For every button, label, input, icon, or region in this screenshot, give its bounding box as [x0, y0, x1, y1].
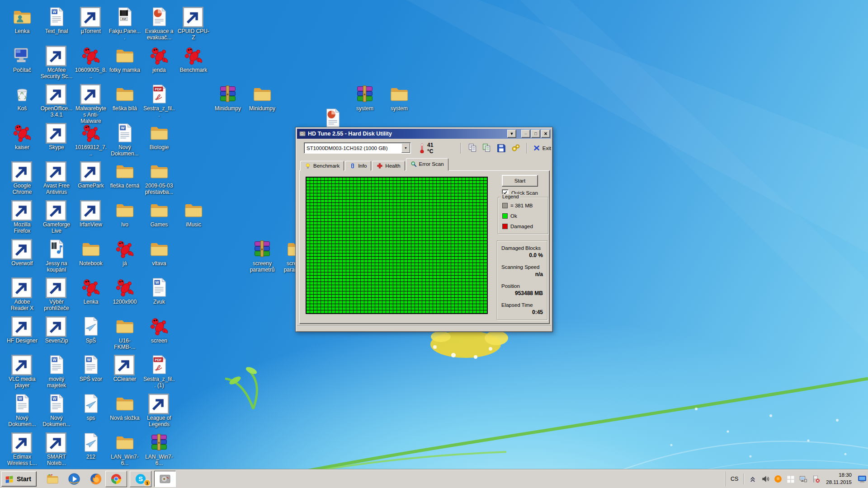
desktop-icon[interactable]: WNový Dokumen...	[108, 122, 141, 157]
desktop-icon[interactable]: GamePark	[75, 161, 107, 189]
desktop-icon[interactable]: kaiser	[6, 122, 38, 150]
close-button[interactable]: ×	[541, 130, 550, 138]
language-indicator[interactable]: CS	[729, 476, 740, 482]
maximize-button[interactable]: □	[531, 130, 540, 138]
desktop-icon[interactable]: Avast Free Antivirus	[40, 161, 73, 195]
desktop-icon[interactable]: WNový Dokumen...	[6, 393, 38, 427]
taskbar-hdtune-button[interactable]	[154, 471, 176, 487]
desktop-icon[interactable]: Malwarebytes Anti-Malware	[75, 84, 107, 124]
network-icon[interactable]	[799, 474, 808, 483]
settings-gear-button[interactable]	[509, 142, 521, 154]
minimize-button[interactable]: _	[521, 130, 530, 138]
desktop-icon[interactable]: Benchmark	[177, 45, 210, 73]
desktop-icon[interactable]: CCCleaner	[108, 354, 141, 382]
desktop-icon[interactable]: Wmovitý majetek	[40, 354, 73, 389]
hidden-icons-chevron[interactable]	[748, 474, 757, 483]
desktop-icon[interactable]: system	[349, 84, 381, 112]
action-center-flag-icon[interactable]	[811, 474, 821, 483]
drive-select-dropdown[interactable]: ST1000DM003-1CH162 (1000 GB) ▼	[304, 142, 411, 154]
desktop-icon[interactable]: WNový Dokumen...	[40, 393, 73, 427]
desktop-icon[interactable]: McAfee Security Sc...	[40, 45, 73, 80]
desktop-icon[interactable]: CPUID CPU-Z	[177, 6, 210, 41]
desktop-icon[interactable]: U16-FKMB-...	[108, 316, 141, 350]
volume-icon[interactable]	[761, 474, 770, 483]
desktop-icon[interactable]: system	[383, 84, 415, 112]
desktop-icon[interactable]: AVIFakju.Pane....	[108, 6, 141, 41]
desktop-icon[interactable]: vltava	[143, 239, 175, 267]
desktop-icon[interactable]: 1200x900	[108, 277, 141, 305]
desktop-icon[interactable]: µTorrent	[75, 6, 107, 34]
desktop-icon[interactable]: jenda	[143, 45, 175, 73]
desktop-icon[interactable]: LAN_Win7-6...	[108, 432, 141, 466]
desktop-icon[interactable]: PDFSestra_z_fil...	[143, 84, 175, 118]
desktop-icon[interactable]: Lenka	[75, 277, 107, 305]
desktop-icon[interactable]: IrfanView	[75, 200, 107, 228]
desktop-icon[interactable]: Gameforge Live	[40, 200, 73, 234]
desktop-icon[interactable]: Koš	[6, 84, 38, 112]
display-icon[interactable]	[858, 474, 867, 483]
desktop-icon[interactable]: VLC media player	[6, 354, 38, 389]
exit-button[interactable]: Exit	[533, 145, 551, 151]
desktop-icon[interactable]: HF Designer	[6, 316, 38, 344]
desktop-icon[interactable]: SMART Noteb...	[40, 432, 73, 466]
desktop-icon[interactable]: 10609005_8...	[75, 45, 107, 80]
desktop-icon[interactable]: Počítač	[6, 45, 38, 73]
desktop-icon[interactable]: 2009-05-03 přestavba...	[143, 161, 175, 195]
desktop-icon[interactable]: Jessy na koupání	[40, 239, 73, 273]
rollup-button[interactable]: ▼	[507, 130, 516, 138]
desktop-icon[interactable]: Ivo	[108, 200, 141, 228]
desktop-icon[interactable]: 212	[75, 432, 107, 460]
desktop-icon[interactable]: Výběr prohlížeče	[40, 277, 73, 311]
tab-health[interactable]: Health	[372, 161, 405, 171]
desktop-icon[interactable]: Biologie	[143, 122, 175, 150]
desktop-icon[interactable]	[316, 108, 349, 129]
avast-tray-icon[interactable]	[774, 474, 783, 483]
tab-benchmark[interactable]: Benchmark	[300, 161, 344, 171]
desktop-icon[interactable]: fleška bílá	[108, 84, 141, 112]
desktop-icon[interactable]: Mozilla Firefox	[6, 200, 38, 234]
desktop-icon[interactable]: Games	[143, 200, 175, 228]
start-scan-button[interactable]: Start	[502, 175, 538, 187]
taskbar-skype-button[interactable]: S 1	[130, 471, 151, 487]
desktop-icon[interactable]: sps	[75, 393, 107, 421]
start-button[interactable]: Start	[1, 471, 37, 487]
desktop-icon[interactable]: SSkype	[40, 122, 73, 150]
desktop-icon[interactable]: fotky mamka	[108, 45, 141, 73]
firefox-icon[interactable]	[89, 472, 103, 486]
desktop-icon[interactable]: Minidumpy	[246, 84, 278, 112]
taskbar-clock[interactable]: 18:30 28.11.2015	[826, 472, 852, 486]
taskbar-chrome-button[interactable]	[105, 471, 127, 487]
desktop-icon[interactable]: Lenka	[6, 6, 38, 34]
desktop-icon[interactable]: WText_final	[40, 6, 73, 34]
desktop-icon[interactable]: Notebook	[75, 239, 107, 267]
windows-update-icon[interactable]	[786, 474, 795, 483]
desktop-icon[interactable]: Evakuace a evakuač...	[143, 6, 175, 41]
desktop-icon[interactable]: Edimax Wireless L...	[6, 432, 38, 466]
dropdown-arrow-icon[interactable]: ▼	[401, 143, 410, 153]
desktop-icon[interactable]: SpŠ	[75, 316, 107, 344]
tab-info[interactable]: Info	[345, 161, 371, 171]
desktop-icon[interactable]: OpenOffice... 3.4.1	[40, 84, 73, 118]
save-button[interactable]	[495, 142, 507, 154]
desktop-icon[interactable]: League of Legends	[143, 393, 175, 427]
tab-error-scan[interactable]: Error Scan	[406, 158, 448, 171]
media-player-icon[interactable]	[67, 472, 81, 486]
desktop-icon[interactable]: Nová složka	[108, 393, 141, 421]
desktop-icon[interactable]: WZvuk	[143, 277, 175, 305]
desktop-icon[interactable]: screeny parametrů	[246, 239, 278, 273]
desktop-icon[interactable]: Google Chrome	[6, 161, 38, 195]
desktop-icon[interactable]: PDFSestra_z_fil... (1)	[143, 354, 175, 389]
desktop-icon[interactable]: iMusic	[177, 200, 210, 228]
desktop-icon[interactable]: fleška černá	[108, 161, 141, 189]
copy-screenshot-button[interactable]	[481, 142, 493, 154]
desktop-icon[interactable]: 10169312_7...	[75, 122, 107, 157]
window-titlebar[interactable]: HD Tune 2.55 - Hard Disk Utility ▼ _ □ ×	[297, 129, 551, 139]
desktop-icon[interactable]: já	[108, 239, 141, 267]
desktop-icon[interactable]: Adobe Reader X	[6, 277, 38, 311]
desktop-icon[interactable]: LAN_Win7-6...	[143, 432, 175, 466]
desktop-icon[interactable]: Minidumpy	[212, 84, 244, 112]
desktop-icon[interactable]: screen	[143, 316, 175, 344]
desktop-icon[interactable]: Overwolf	[6, 239, 38, 267]
desktop-icon[interactable]: 7zSevenZip	[40, 316, 73, 344]
copy-text-button[interactable]	[467, 142, 479, 154]
